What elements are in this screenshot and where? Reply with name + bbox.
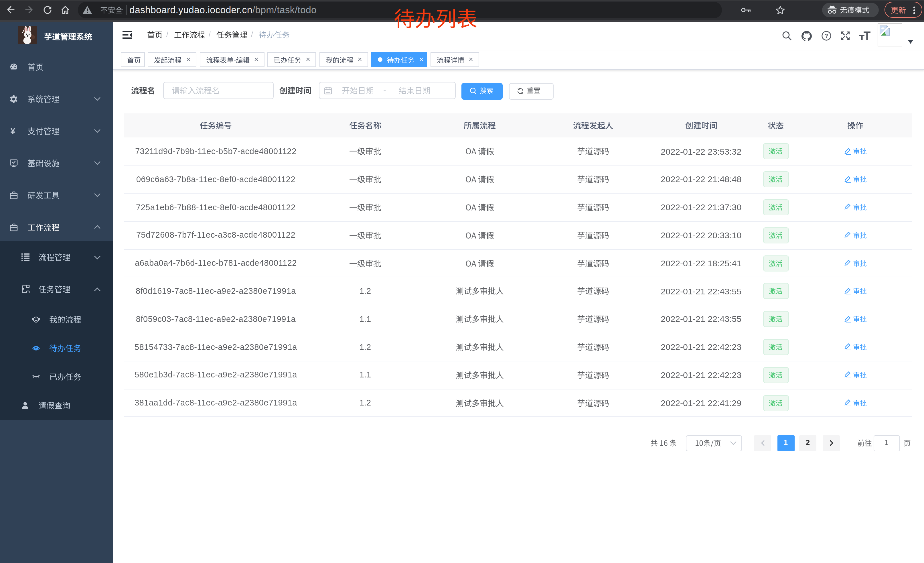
svg-text:?: ? [825,32,828,39]
